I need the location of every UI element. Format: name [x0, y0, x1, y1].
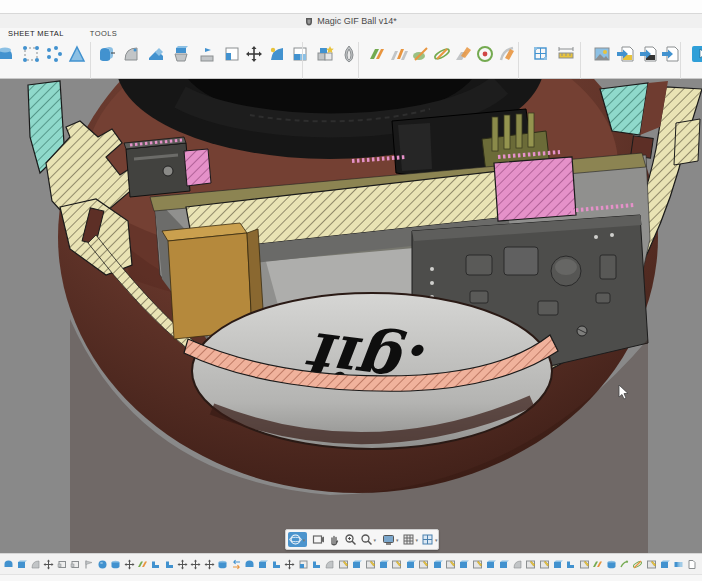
- timeline-feature-stack-icon[interactable]: [606, 558, 617, 571]
- timeline-feature-sketch-icon[interactable]: [418, 558, 429, 571]
- move-icon[interactable]: [243, 43, 265, 65]
- plane-tangent-icon[interactable]: [496, 43, 518, 65]
- timeline-feature-box-icon[interactable]: [16, 558, 27, 571]
- timeline-feature-corner-icon[interactable]: [298, 558, 309, 571]
- timeline-feature-box-icon[interactable]: [432, 558, 443, 571]
- timeline-feature-garrow-icon[interactable]: [619, 558, 630, 571]
- plane-angle-icon[interactable]: [452, 43, 474, 65]
- nav-viewports-button[interactable]: ▾: [420, 532, 439, 547]
- timeline-feature-stack-icon[interactable]: [110, 558, 121, 571]
- timeline-feature-sketch-icon[interactable]: [338, 558, 349, 571]
- fold-icon[interactable]: [145, 43, 167, 65]
- select-icon[interactable]: [690, 43, 702, 65]
- fillet-dot-icon[interactable]: [266, 43, 288, 65]
- timeline-feature-rect-icon[interactable]: [70, 558, 81, 571]
- pink-block-left[interactable]: [184, 149, 211, 186]
- axis-cylinder-icon[interactable]: [410, 43, 432, 65]
- points-icon[interactable]: [43, 43, 65, 65]
- timeline-feature-flag-icon[interactable]: [83, 558, 94, 571]
- fillet-gray-icon[interactable]: [120, 43, 142, 65]
- draft-icon[interactable]: [196, 43, 218, 65]
- timeline-feature-extrude-icon[interactable]: [164, 558, 175, 571]
- timeline-feature-move-icon[interactable]: [284, 558, 295, 571]
- timeline-feature-box-icon[interactable]: [498, 558, 509, 571]
- timeline-feature-box-icon[interactable]: [351, 558, 362, 571]
- pink-block-main[interactable]: [494, 157, 576, 221]
- timeline-feature-box-icon[interactable]: [659, 558, 670, 571]
- shell-icon[interactable]: [170, 43, 192, 65]
- insert-svg-icon[interactable]: [614, 43, 636, 65]
- timeline-feature-combine-icon[interactable]: [673, 558, 684, 571]
- timeline-feature-fillet-icon[interactable]: [512, 558, 523, 571]
- timeline-feature-sketch-icon[interactable]: [391, 558, 402, 571]
- tab-sheet-metal[interactable]: SHEET METAL: [8, 29, 64, 41]
- timeline-feature-box-icon[interactable]: [458, 558, 469, 571]
- joint-icon[interactable]: [338, 43, 360, 65]
- timeline-feature-box-icon[interactable]: [257, 558, 268, 571]
- timeline-feature-move-icon[interactable]: [43, 558, 54, 571]
- document-title: Magic GIF Ball v14*: [317, 16, 397, 26]
- press-pull-icon[interactable]: [95, 43, 117, 65]
- timeline-feature-stack-icon[interactable]: [217, 558, 228, 571]
- timeline-feature-extrude-icon[interactable]: [565, 558, 576, 571]
- point-icon[interactable]: [474, 43, 496, 65]
- loft-icon[interactable]: [66, 43, 88, 65]
- timeline-feature-sketch-icon[interactable]: [539, 558, 550, 571]
- shell-step-right: [674, 119, 700, 165]
- nav-display-settings-button[interactable]: ▾: [381, 532, 400, 547]
- nav-zoom-button[interactable]: [343, 532, 358, 547]
- new-component-icon[interactable]: [314, 43, 336, 65]
- timeline-feature-sketch-icon[interactable]: [579, 558, 590, 571]
- sketch-rect-icon[interactable]: [20, 43, 42, 65]
- tab-tools[interactable]: TOOLS: [90, 29, 117, 41]
- timeline-feature-sketch-icon[interactable]: [525, 558, 536, 571]
- timeline-feature-move-icon[interactable]: [190, 558, 201, 571]
- nav-fit-button[interactable]: ▾: [359, 532, 378, 547]
- timeline-feature-box-icon[interactable]: [405, 558, 416, 571]
- timeline-feature-move-icon[interactable]: [204, 558, 215, 571]
- timeline-feature-doc-icon[interactable]: [686, 558, 697, 571]
- timeline-feature-form-icon[interactable]: [244, 558, 255, 571]
- flange-icon[interactable]: [0, 43, 16, 65]
- document-tab-bar[interactable]: Magic GIF Ball v14*: [0, 14, 702, 29]
- timeline-feature-sketch-icon[interactable]: [646, 558, 657, 571]
- timeline-feature-sketch-icon[interactable]: [445, 558, 456, 571]
- timeline-feature-form-icon[interactable]: [3, 558, 14, 571]
- timeline-feature-axis-icon[interactable]: [632, 558, 643, 571]
- appearance-icon[interactable]: [289, 43, 311, 65]
- insert-file-icon[interactable]: [659, 43, 681, 65]
- timeline-feature-box-icon[interactable]: [485, 558, 496, 571]
- axis-icon[interactable]: [431, 43, 453, 65]
- timeline-feature-plane-icon[interactable]: [137, 558, 148, 571]
- view-navigation-bar: ▾▾▾▾▾: [285, 529, 439, 550]
- measure-icon[interactable]: [555, 43, 577, 65]
- timeline-feature-sphere-icon[interactable]: [97, 558, 108, 571]
- nav-grid-snaps-button[interactable]: ▾: [401, 532, 420, 547]
- timeline-feature-plane-icon[interactable]: [592, 558, 603, 571]
- nav-orbit-button[interactable]: ▾: [288, 532, 307, 547]
- timeline-feature-box-icon[interactable]: [552, 558, 563, 571]
- timeline-feature-fillet-icon[interactable]: [324, 558, 335, 571]
- timeline-feature-fillet-icon[interactable]: [30, 558, 41, 571]
- timeline-feature-extrude-icon[interactable]: [271, 558, 282, 571]
- titlebar: [0, 0, 702, 14]
- timeline-feature-move-icon[interactable]: [177, 558, 188, 571]
- timeline-feature-move-icon[interactable]: [124, 558, 135, 571]
- timeline-feature-extrude-icon[interactable]: [311, 558, 322, 571]
- design-timeline[interactable]: [0, 553, 702, 574]
- insert-image-icon[interactable]: [591, 43, 613, 65]
- midplane-icon[interactable]: [388, 43, 410, 65]
- insert-dxf-icon[interactable]: [637, 43, 659, 65]
- timeline-feature-extrude-icon[interactable]: [150, 558, 161, 571]
- timeline-feature-sketch-icon[interactable]: [365, 558, 376, 571]
- viewport-3d[interactable]: .gif ▾▾▾▾▾: [0, 79, 702, 553]
- timeline-feature-rect-icon[interactable]: [57, 558, 68, 571]
- timeline-feature-sketch-icon[interactable]: [472, 558, 483, 571]
- plane-offset-icon[interactable]: [366, 43, 388, 65]
- inspect-grid-icon[interactable]: [530, 43, 552, 65]
- timeline-feature-box-icon[interactable]: [378, 558, 389, 571]
- split-icon[interactable]: [221, 43, 243, 65]
- nav-pan-button[interactable]: [327, 532, 342, 547]
- nav-look-at-button[interactable]: [311, 532, 326, 547]
- timeline-feature-arrow-icon[interactable]: [231, 558, 242, 571]
